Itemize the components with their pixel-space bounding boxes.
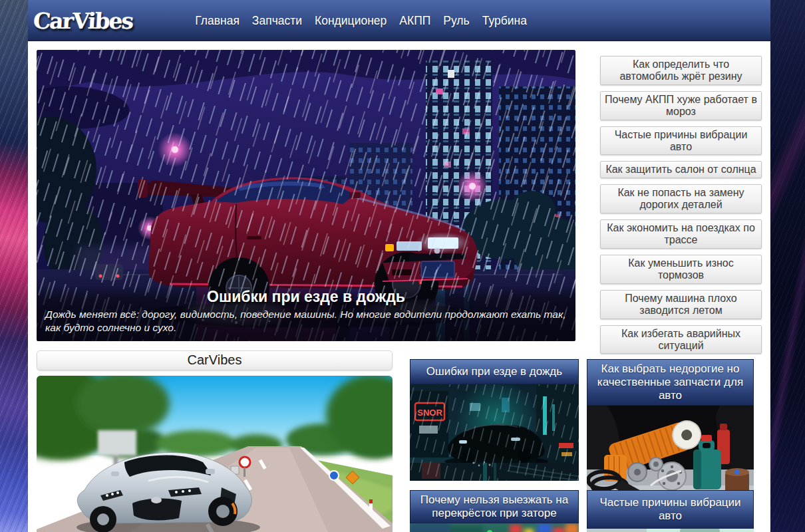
hero-title: Ошибки при езде в дождь [45, 288, 567, 306]
sidebar-item-summer-start[interactable]: Почему машина плохо заводится летом [600, 290, 762, 319]
steering-wheel-illustration [587, 529, 754, 532]
sidebar-item-avoid-accidents[interactable]: Как избегать аварийных ситуаций [600, 325, 762, 354]
sidebar-item-akpp-frost[interactable]: Почему АКПП хуже работает в мороз [600, 91, 762, 120]
intersection-illustration [410, 523, 579, 532]
card-cheap-parts-image[interactable] [587, 406, 754, 504]
card-vibration-causes-image[interactable] [587, 529, 754, 532]
nav-item-rul[interactable]: Руль [443, 14, 469, 28]
sidebar-item-brake-wear[interactable]: Как уменьшить износ тормозов [600, 255, 762, 284]
auto-parts-illustration [587, 406, 754, 504]
navbar: CarVibes Главная Запчасти Кондиционер АК… [28, 0, 770, 41]
card-rain-mistakes-image[interactable]: SNOR [410, 384, 579, 481]
background-right-streaks [770, 0, 805, 532]
section-title-bar[interactable]: CarVibes [37, 350, 393, 370]
highway-illustration [37, 376, 393, 532]
card-rain-mistakes-title[interactable]: Ошибки при езде в дождь [410, 359, 579, 384]
nav-item-zapchasti[interactable]: Запчасти [252, 14, 302, 28]
card-intersection-jam-image[interactable] [410, 523, 579, 532]
feature-image-highway-car[interactable] [37, 376, 393, 532]
background-left-streaks [0, 0, 28, 532]
card-intersection-jam[interactable]: Почему нельзя выезжать на перекрёсток пр… [410, 490, 579, 532]
nav-item-akpp[interactable]: АКПП [399, 14, 430, 28]
main-nav: Главная Запчасти Кондиционер АКПП Руль Т… [195, 14, 527, 28]
sidebar-item-highway-economy[interactable]: Как экономить на поездках по трассе [600, 219, 762, 249]
sidebar-item-expensive-parts[interactable]: Как не попасть на замену дорогих деталей [600, 184, 762, 213]
hero-subtitle: Дождь меняет всё: дорогу, видимость, пов… [45, 308, 567, 334]
card-vibration-causes-title[interactable]: Частые причины вибрации авто [587, 490, 754, 529]
sidebar-article-list: Как определить что автомобиль жрёт резин… [600, 56, 762, 360]
card-rain-mistakes[interactable]: Ошибки при езде в дождь SNOR [410, 359, 579, 481]
card-vibration-causes[interactable]: Частые причины вибрации авто [587, 490, 754, 532]
site-logo[interactable]: CarVibes [33, 8, 133, 34]
nav-item-turbina[interactable]: Турбина [482, 14, 527, 28]
sidebar-item-vibration[interactable]: Частые причины вибрации авто [600, 126, 762, 156]
hero-article-banner[interactable]: Ошибки при езде в дождь Дождь меняет всё… [37, 50, 575, 341]
hero-caption: Ошибки при езде в дождь Дождь меняет всё… [37, 286, 575, 341]
card-cheap-parts-title[interactable]: Как выбрать недорогие но качественные за… [587, 359, 754, 406]
card-intersection-jam-title[interactable]: Почему нельзя выезжать на перекрёсток пр… [410, 490, 579, 523]
sidebar-item-sun-protection[interactable]: Как защитить салон от солнца [600, 161, 762, 178]
nav-item-kondicioner[interactable]: Кондиционер [315, 14, 387, 28]
nav-item-glavnaya[interactable]: Главная [195, 14, 240, 28]
rainy-street-illustration: SNOR [410, 384, 579, 481]
card-cheap-parts[interactable]: Как выбрать недорогие но качественные за… [587, 359, 754, 504]
sidebar-item-tyre-wear[interactable]: Как определить что автомобиль жрёт резин… [600, 56, 762, 85]
content-wrapper: CarVibes Главная Запчасти Кондиционер АК… [28, 0, 770, 532]
